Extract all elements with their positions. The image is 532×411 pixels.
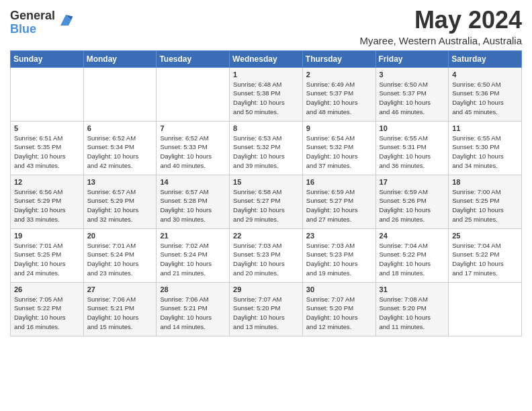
day-info: Sunrise: 7:06 AM Sunset: 5:21 PM Dayligh… bbox=[87, 295, 153, 332]
calendar-cell: 31Sunrise: 7:08 AM Sunset: 5:20 PM Dayli… bbox=[375, 282, 449, 336]
calendar-cell: 15Sunrise: 6:58 AM Sunset: 5:27 PM Dayli… bbox=[230, 175, 303, 228]
calendar-week-4: 19Sunrise: 7:01 AM Sunset: 5:25 PM Dayli… bbox=[11, 228, 522, 282]
day-info: Sunrise: 7:03 AM Sunset: 5:23 PM Dayligh… bbox=[233, 241, 299, 278]
day-number: 16 bbox=[306, 178, 372, 186]
day-number: 20 bbox=[87, 232, 153, 240]
day-number: 19 bbox=[14, 232, 80, 240]
day-number: 12 bbox=[14, 178, 80, 186]
day-info: Sunrise: 6:51 AM Sunset: 5:35 PM Dayligh… bbox=[14, 134, 80, 171]
day-number: 17 bbox=[380, 178, 445, 186]
day-info: Sunrise: 7:06 AM Sunset: 5:21 PM Dayligh… bbox=[160, 295, 226, 332]
calendar-week-1: 1Sunrise: 6:48 AM Sunset: 5:38 PM Daylig… bbox=[11, 67, 522, 121]
calendar-cell: 4Sunrise: 6:50 AM Sunset: 5:36 PM Daylig… bbox=[449, 67, 522, 121]
day-number: 14 bbox=[160, 178, 226, 186]
day-info: Sunrise: 7:04 AM Sunset: 5:22 PM Dayligh… bbox=[380, 241, 445, 278]
calendar-cell: 29Sunrise: 7:07 AM Sunset: 5:20 PM Dayli… bbox=[230, 282, 303, 336]
day-info: Sunrise: 6:53 AM Sunset: 5:32 PM Dayligh… bbox=[233, 134, 299, 171]
weekday-header-wednesday: Wednesday bbox=[230, 50, 303, 67]
calendar-week-3: 12Sunrise: 6:56 AM Sunset: 5:29 PM Dayli… bbox=[11, 175, 522, 228]
calendar-cell: 28Sunrise: 7:06 AM Sunset: 5:21 PM Dayli… bbox=[157, 282, 230, 336]
calendar-cell: 8Sunrise: 6:53 AM Sunset: 5:32 PM Daylig… bbox=[230, 121, 303, 175]
calendar-cell: 24Sunrise: 7:04 AM Sunset: 5:22 PM Dayli… bbox=[375, 228, 449, 282]
calendar-cell: 20Sunrise: 7:01 AM Sunset: 5:24 PM Dayli… bbox=[83, 228, 157, 282]
calendar-cell bbox=[157, 67, 230, 121]
day-number: 18 bbox=[452, 178, 518, 186]
day-number: 4 bbox=[452, 71, 518, 79]
day-info: Sunrise: 6:57 AM Sunset: 5:28 PM Dayligh… bbox=[160, 187, 226, 224]
day-info: Sunrise: 6:59 AM Sunset: 5:26 PM Dayligh… bbox=[380, 187, 445, 224]
day-info: Sunrise: 7:04 AM Sunset: 5:22 PM Dayligh… bbox=[452, 241, 518, 278]
title-block: May 2024 Myaree, Western Australia, Aust… bbox=[360, 7, 523, 46]
day-number: 8 bbox=[233, 124, 299, 132]
day-info: Sunrise: 7:01 AM Sunset: 5:24 PM Dayligh… bbox=[87, 241, 153, 278]
day-info: Sunrise: 6:59 AM Sunset: 5:27 PM Dayligh… bbox=[306, 187, 372, 224]
day-number: 25 bbox=[452, 232, 518, 240]
calendar-cell bbox=[449, 282, 522, 336]
calendar-week-5: 26Sunrise: 7:05 AM Sunset: 5:22 PM Dayli… bbox=[11, 282, 522, 336]
day-number: 11 bbox=[452, 124, 518, 132]
day-info: Sunrise: 7:03 AM Sunset: 5:23 PM Dayligh… bbox=[306, 241, 372, 278]
day-number: 31 bbox=[380, 285, 445, 293]
day-number: 3 bbox=[380, 71, 445, 79]
day-number: 28 bbox=[160, 285, 226, 293]
calendar-cell: 21Sunrise: 7:02 AM Sunset: 5:24 PM Dayli… bbox=[157, 228, 230, 282]
calendar-cell: 23Sunrise: 7:03 AM Sunset: 5:23 PM Dayli… bbox=[302, 228, 375, 282]
calendar-cell: 17Sunrise: 6:59 AM Sunset: 5:26 PM Dayli… bbox=[375, 175, 449, 228]
day-info: Sunrise: 6:50 AM Sunset: 5:37 PM Dayligh… bbox=[380, 80, 445, 117]
calendar-subtitle: Myaree, Western Australia, Australia bbox=[360, 35, 523, 46]
weekday-header-monday: Monday bbox=[83, 50, 157, 67]
calendar-cell: 9Sunrise: 6:54 AM Sunset: 5:32 PM Daylig… bbox=[302, 121, 375, 175]
day-number: 21 bbox=[160, 232, 226, 240]
day-info: Sunrise: 6:57 AM Sunset: 5:29 PM Dayligh… bbox=[87, 187, 153, 224]
logo-icon bbox=[58, 12, 74, 28]
day-info: Sunrise: 7:07 AM Sunset: 5:20 PM Dayligh… bbox=[233, 295, 299, 332]
day-info: Sunrise: 6:58 AM Sunset: 5:27 PM Dayligh… bbox=[233, 187, 299, 224]
day-info: Sunrise: 6:49 AM Sunset: 5:37 PM Dayligh… bbox=[306, 80, 372, 117]
calendar-cell: 22Sunrise: 7:03 AM Sunset: 5:23 PM Dayli… bbox=[230, 228, 303, 282]
calendar-cell bbox=[83, 67, 157, 121]
calendar-cell: 19Sunrise: 7:01 AM Sunset: 5:25 PM Dayli… bbox=[11, 228, 84, 282]
weekday-header-thursday: Thursday bbox=[302, 50, 375, 67]
day-info: Sunrise: 7:00 AM Sunset: 5:25 PM Dayligh… bbox=[452, 187, 518, 224]
page-header: General Blue May 2024 Myaree, Western Au… bbox=[10, 7, 522, 46]
weekday-header-saturday: Saturday bbox=[449, 50, 522, 67]
day-number: 6 bbox=[87, 124, 153, 132]
day-number: 30 bbox=[306, 285, 372, 293]
day-info: Sunrise: 6:54 AM Sunset: 5:32 PM Dayligh… bbox=[306, 134, 372, 171]
day-info: Sunrise: 6:55 AM Sunset: 5:31 PM Dayligh… bbox=[380, 134, 445, 171]
weekday-header-sunday: Sunday bbox=[11, 50, 84, 67]
day-info: Sunrise: 7:02 AM Sunset: 5:24 PM Dayligh… bbox=[160, 241, 226, 278]
day-info: Sunrise: 6:55 AM Sunset: 5:30 PM Dayligh… bbox=[452, 134, 518, 171]
calendar-cell: 2Sunrise: 6:49 AM Sunset: 5:37 PM Daylig… bbox=[302, 67, 375, 121]
day-number: 1 bbox=[233, 71, 299, 79]
day-number: 23 bbox=[306, 232, 372, 240]
weekday-header-row: SundayMondayTuesdayWednesdayThursdayFrid… bbox=[11, 50, 522, 67]
calendar-cell bbox=[11, 67, 84, 121]
calendar-cell: 3Sunrise: 6:50 AM Sunset: 5:37 PM Daylig… bbox=[375, 67, 449, 121]
day-number: 2 bbox=[306, 71, 372, 79]
day-number: 26 bbox=[14, 285, 80, 293]
calendar-cell: 25Sunrise: 7:04 AM Sunset: 5:22 PM Dayli… bbox=[449, 228, 522, 282]
day-info: Sunrise: 7:05 AM Sunset: 5:22 PM Dayligh… bbox=[14, 295, 80, 332]
day-info: Sunrise: 7:08 AM Sunset: 5:20 PM Dayligh… bbox=[380, 295, 445, 332]
day-number: 22 bbox=[233, 232, 299, 240]
calendar-cell: 13Sunrise: 6:57 AM Sunset: 5:29 PM Dayli… bbox=[83, 175, 157, 228]
day-number: 9 bbox=[306, 124, 372, 132]
day-number: 24 bbox=[380, 232, 445, 240]
day-number: 15 bbox=[233, 178, 299, 186]
calendar-title: May 2024 bbox=[360, 7, 523, 34]
day-number: 10 bbox=[380, 124, 445, 132]
calendar-cell: 27Sunrise: 7:06 AM Sunset: 5:21 PM Dayli… bbox=[83, 282, 157, 336]
calendar-cell: 18Sunrise: 7:00 AM Sunset: 5:25 PM Dayli… bbox=[449, 175, 522, 228]
calendar-cell: 10Sunrise: 6:55 AM Sunset: 5:31 PM Dayli… bbox=[375, 121, 449, 175]
logo-general-text: General bbox=[10, 9, 55, 23]
weekday-header-friday: Friday bbox=[375, 50, 449, 67]
day-number: 29 bbox=[233, 285, 299, 293]
calendar-cell: 30Sunrise: 7:07 AM Sunset: 5:20 PM Dayli… bbox=[302, 282, 375, 336]
calendar-cell: 12Sunrise: 6:56 AM Sunset: 5:29 PM Dayli… bbox=[11, 175, 84, 228]
weekday-header-tuesday: Tuesday bbox=[157, 50, 230, 67]
day-number: 5 bbox=[14, 124, 80, 132]
calendar-cell: 14Sunrise: 6:57 AM Sunset: 5:28 PM Dayli… bbox=[157, 175, 230, 228]
calendar-cell: 26Sunrise: 7:05 AM Sunset: 5:22 PM Dayli… bbox=[11, 282, 84, 336]
logo-blue-text: Blue bbox=[10, 23, 55, 36]
